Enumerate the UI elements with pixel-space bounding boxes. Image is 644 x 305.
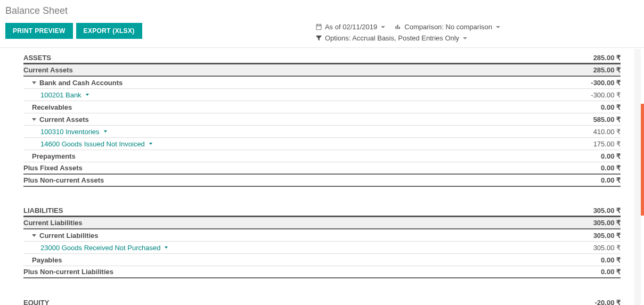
value: 0.00 ₹ (601, 268, 621, 276)
label: Receivables (23, 103, 72, 111)
assets-title: ASSETS (23, 54, 51, 62)
value: 0.00 ₹ (601, 176, 621, 184)
row-current-assets-hdr[interactable]: Current Assets 285.00 ₹ (23, 64, 621, 77)
value: 410.00 ₹ (593, 128, 621, 136)
balance-sheet-report: ASSETS 285.00 ₹ Current Assets 285.00 ₹ … (0, 48, 644, 305)
row-prepayments[interactable]: Prepayments 0.00 ₹ (23, 150, 621, 162)
chevron-down-icon (381, 26, 385, 28)
liabilities-value: 305.00 ₹ (593, 207, 621, 215)
filter-options[interactable]: Options: Accrual Basis, Posted Entries O… (315, 34, 467, 42)
row-goods-received[interactable]: 23000 Goods Received Not Purchased 305.0… (23, 242, 621, 254)
filter-date[interactable]: As of 02/11/2019 (315, 23, 385, 31)
row-receivables[interactable]: Receivables 0.00 ₹ (23, 101, 621, 113)
value: 0.00 ₹ (601, 164, 621, 172)
side-accent (641, 104, 644, 216)
label: Plus Fixed Assets (23, 164, 83, 172)
value: -300.00 ₹ (591, 79, 621, 87)
label: Plus Non-current Assets (23, 176, 104, 184)
value: 305.00 ₹ (593, 232, 621, 240)
row-current-liab-sub[interactable]: Current Liabilities 305.00 ₹ (23, 229, 621, 242)
label: 14600 Goods Issued Not Invoiced (40, 140, 145, 148)
filters-panel: As of 02/11/2019 Comparison: No comparis… (315, 23, 500, 42)
caret-down-icon (165, 246, 168, 249)
equity-title: EQUITY (23, 299, 49, 305)
label: Current Liabilities (39, 232, 99, 240)
label: Current Assets (23, 66, 73, 74)
caret-down-icon (32, 234, 36, 237)
value: 0.00 ₹ (601, 256, 621, 264)
print-preview-button[interactable]: PRINT PREVIEW (5, 23, 73, 39)
label: Payables (23, 256, 62, 264)
assets-value: 285.00 ₹ (593, 54, 621, 62)
bar-chart-icon (395, 23, 402, 30)
caret-down-icon (86, 94, 89, 96)
filter-date-label: As of 02/11/2019 (325, 23, 377, 31)
liabilities-title: LIABILITIES (23, 207, 63, 215)
filter-comparison-label: Comparison: No comparison (404, 23, 492, 31)
section-assets-header[interactable]: ASSETS 285.00 ₹ (23, 52, 621, 64)
value: 0.00 ₹ (601, 152, 621, 160)
label: Prepayments (23, 152, 76, 160)
label: Plus Non-current Liabilities (23, 268, 113, 276)
value: 305.00 ₹ (593, 244, 621, 252)
filter-comparison[interactable]: Comparison: No comparison (395, 23, 500, 31)
value: 585.00 ₹ (593, 116, 621, 123)
chevron-down-icon (463, 37, 467, 39)
filter-options-label: Options: Accrual Basis, Posted Entries O… (325, 34, 459, 42)
row-noncurrent-liab[interactable]: Plus Non-current Liabilities 0.00 ₹ (23, 266, 621, 278)
row-fixed-assets[interactable]: Plus Fixed Assets 0.00 ₹ (23, 162, 621, 175)
row-noncurrent-assets[interactable]: Plus Non-current Assets 0.00 ₹ (23, 175, 621, 187)
section-equity-header[interactable]: EQUITY -20.00 ₹ (23, 296, 621, 305)
row-inventories[interactable]: 100310 Inventories 410.00 ₹ (23, 126, 621, 138)
label: Current Assets (39, 116, 89, 123)
row-payables[interactable]: Payables 0.00 ₹ (23, 254, 621, 266)
caret-down-icon (149, 143, 152, 145)
value: 305.00 ₹ (593, 219, 621, 227)
label: Bank and Cash Accounts (39, 79, 123, 87)
equity-value: -20.00 ₹ (595, 299, 621, 305)
scrollbar-track[interactable] (634, 49, 641, 305)
caret-down-icon (104, 130, 107, 133)
row-bank-account[interactable]: 100201 Bank -300.00 ₹ (23, 89, 621, 101)
page-title: Balance Sheet (5, 5, 639, 17)
section-liabilities-header[interactable]: LIABILITIES 305.00 ₹ (23, 205, 621, 217)
value: -300.00 ₹ (591, 91, 621, 99)
control-panel: Balance Sheet PRINT PREVIEW EXPORT (XLSX… (0, 0, 644, 48)
value: 175.00 ₹ (593, 140, 621, 148)
filter-icon (315, 35, 322, 42)
caret-down-icon (32, 81, 36, 84)
label: 100201 Bank (40, 91, 81, 99)
caret-down-icon (32, 118, 36, 121)
label: 100310 Inventories (40, 128, 100, 136)
label: Current Liabilities (23, 219, 83, 227)
label: 23000 Goods Received Not Purchased (40, 244, 160, 252)
calendar-icon (315, 23, 322, 30)
chevron-down-icon (496, 26, 500, 28)
value: 0.00 ₹ (601, 103, 621, 111)
row-current-assets-sub[interactable]: Current Assets 585.00 ₹ (23, 113, 621, 126)
row-current-liab-hdr[interactable]: Current Liabilities 305.00 ₹ (23, 217, 621, 229)
button-group: PRINT PREVIEW EXPORT (XLSX) (5, 23, 142, 39)
export-xlsx-button[interactable]: EXPORT (XLSX) (76, 23, 142, 39)
row-bank-cash[interactable]: Bank and Cash Accounts -300.00 ₹ (23, 77, 621, 89)
row-goods-issued[interactable]: 14600 Goods Issued Not Invoiced 175.00 ₹ (23, 138, 621, 150)
value: 285.00 ₹ (593, 66, 621, 74)
